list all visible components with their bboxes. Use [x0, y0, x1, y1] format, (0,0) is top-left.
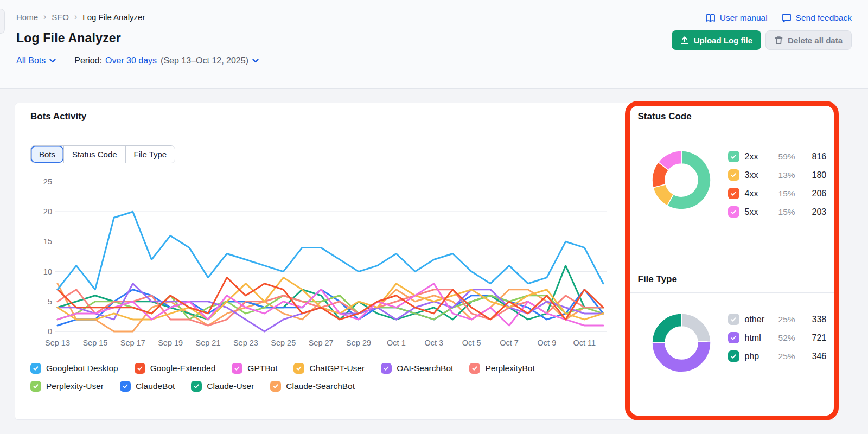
x-axis-tick-label: Sep 17 [120, 339, 145, 347]
legend-item-googlebot-desktop[interactable]: Googlebot Desktop [30, 363, 118, 374]
checkbox-checked-icon[interactable] [469, 363, 480, 374]
legend-item-chatgpt-user[interactable]: ChatGPT-User [293, 363, 365, 374]
delete-button-label: Delete all data [788, 36, 843, 45]
x-axis-tick-label: Sep 27 [309, 339, 334, 347]
y-axis-tick-label: 5 [48, 297, 52, 306]
x-axis-tick-label: Sep 23 [233, 339, 258, 347]
checkbox-html[interactable] [728, 332, 739, 343]
checkbox-checked-icon[interactable] [293, 363, 304, 374]
page-title: Log File Analyzer [16, 31, 259, 46]
checkbox-checked-icon[interactable] [30, 381, 41, 392]
checkbox-3xx[interactable] [728, 169, 739, 181]
header-left: Home›SEO›Log File Analyzer Log File Anal… [16, 12, 259, 88]
donut-legend-value: 203 [812, 207, 827, 217]
donut-legend-label: 5xx [745, 207, 773, 217]
series-line-googlebot-desktop [58, 212, 603, 290]
breadcrumb-item-seo[interactable]: SEO [52, 12, 69, 22]
x-axis-tick-label: Oct 3 [424, 339, 443, 347]
period-filter: Period: Over 30 days (Sep 13–Oct 12, 202… [74, 56, 259, 66]
donut-legend-value: 180 [812, 170, 827, 180]
legend-item-perplexitybot[interactable]: PerplexityBot [469, 363, 534, 374]
check-icon [730, 172, 737, 178]
legend-label: OAI-SearchBot [397, 363, 453, 373]
y-axis-tick-label: 10 [43, 267, 52, 276]
breadcrumb-item-home[interactable]: Home [16, 12, 38, 22]
check-icon [33, 383, 39, 390]
check-icon [137, 365, 143, 372]
donut-legend-value: 338 [812, 315, 827, 324]
bots-activity-section: Bots Activity BotsStatus CodeFile Type 0… [15, 103, 627, 419]
send-feedback-link[interactable]: Send feedback [782, 13, 852, 23]
header-buttons: Upload Log file Delete all data [672, 30, 852, 50]
x-axis-tick-label: Oct 9 [538, 339, 557, 347]
bots-activity-line-chart: 0510152025Sep 13Sep 15Sep 17Sep 19Sep 21… [30, 174, 608, 353]
check-icon [122, 383, 129, 390]
check-icon [730, 190, 737, 197]
chevron-down-icon [252, 59, 259, 63]
upload-button-label: Upload Log file [694, 36, 752, 45]
checkbox-checked-icon[interactable] [30, 363, 41, 374]
bots-activity-title: Bots Activity [30, 111, 86, 122]
y-axis-tick-label: 0 [48, 327, 52, 336]
legend-item-claudebot[interactable]: ClaudeBot [120, 381, 175, 392]
user-manual-link[interactable]: User manual [705, 13, 768, 23]
trash-icon [775, 36, 783, 45]
user-manual-label: User manual [720, 13, 768, 23]
checkbox-checked-icon[interactable] [232, 363, 242, 374]
donut-legend-percent: 15% [778, 189, 807, 199]
checkbox-checked-icon[interactable] [120, 381, 131, 392]
x-axis-tick-label: Oct 7 [500, 339, 519, 347]
checkbox-other[interactable] [728, 314, 739, 325]
filters-row: All Bots Period: Over 30 days (Sep 13–Oc… [16, 56, 259, 66]
checkbox-php[interactable] [728, 350, 739, 362]
x-axis-tick-label: Sep 19 [158, 339, 183, 347]
tab-bots[interactable]: Bots [31, 146, 63, 163]
y-axis-tick-label: 20 [43, 207, 52, 216]
period-value: Over 30 days [105, 56, 157, 66]
x-axis-tick-label: Oct 11 [573, 339, 596, 347]
check-icon [730, 353, 737, 360]
checkbox-checked-icon[interactable] [191, 381, 202, 392]
legend-item-claude-user[interactable]: Claude-User [191, 381, 254, 392]
check-icon [730, 209, 737, 215]
checkbox-checked-icon[interactable] [135, 363, 145, 374]
checkbox-2xx[interactable] [728, 151, 739, 162]
x-axis-tick-label: Sep 29 [346, 339, 371, 347]
legend-item-oai-searchbot[interactable]: OAI-SearchBot [381, 363, 453, 374]
legend-item-claude-searchbot[interactable]: Claude-SearchBot [270, 381, 355, 392]
donut-legend-percent: 52% [778, 333, 807, 343]
donut-legend-label: 2xx [745, 152, 773, 162]
line-chart-legend: Googlebot DesktopGoogle-ExtendedGPTBotCh… [30, 363, 573, 392]
checkbox-checked-icon[interactable] [381, 363, 392, 374]
status-code-panel: Status Code 2xx59%8163xx13%1804xx15%2065… [627, 103, 835, 266]
tab-status-code[interactable]: Status Code [63, 146, 125, 163]
upload-icon [680, 36, 689, 45]
checkbox-4xx[interactable] [728, 188, 739, 199]
tab-file-type[interactable]: File Type [125, 146, 175, 163]
check-icon [730, 154, 737, 160]
delete-all-data-button[interactable]: Delete all data [765, 30, 852, 50]
chat-bubble-icon [782, 14, 792, 23]
checkbox-checked-icon[interactable] [270, 381, 281, 392]
legend-item-perplexity-user[interactable]: Perplexity-User [30, 381, 104, 392]
legend-item-gptbot[interactable]: GPTBot [232, 363, 277, 374]
bots-filter-dropdown[interactable]: All Bots [16, 56, 56, 66]
bots-activity-body: BotsStatus CodeFile Type 0510152025Sep 1… [15, 130, 627, 392]
checkbox-5xx[interactable] [728, 206, 739, 218]
check-icon [33, 365, 39, 372]
check-icon [730, 335, 737, 341]
sidebar-collapse-handle[interactable] [0, 9, 5, 34]
legend-label: ChatGPT-User [309, 363, 365, 373]
legend-item-google-extended[interactable]: Google-Extended [135, 363, 216, 374]
file-type-header: File Type [627, 266, 835, 293]
upload-log-file-button[interactable]: Upload Log file [672, 30, 761, 50]
donut-slice-other [681, 314, 711, 342]
donut-slice-html [652, 341, 711, 372]
file-type-legend: other25%338html52%721php25%346 [728, 314, 827, 362]
file-type-panel: File Type other25%338html52%721php25%346 [627, 266, 835, 373]
file-type-title: File Type [638, 274, 677, 285]
period-dropdown[interactable]: Over 30 days (Sep 13–Oct 12, 2025) [105, 56, 259, 66]
page-header: Home›SEO›Log File Analyzer Log File Anal… [0, 0, 868, 89]
dashboard-card: Bots Activity BotsStatus CodeFile Type 0… [15, 103, 836, 420]
bots-filter-value: All Bots [16, 56, 46, 66]
